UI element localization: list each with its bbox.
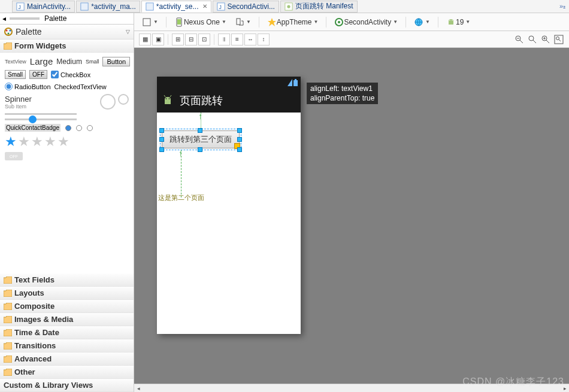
textview-widget[interactable]: 这是第二个页面 [158, 193, 204, 202]
widget-large-text[interactable]: Large [30, 56, 53, 66]
toggle-layout-button[interactable]: ▼ [139, 16, 161, 29]
align-button[interactable]: ⊟ [185, 34, 197, 45]
star-icon [267, 17, 277, 27]
radio-dot-icon[interactable] [76, 125, 82, 131]
wrap-button[interactable]: ↔ [244, 34, 256, 45]
radio-dot-icon[interactable] [87, 125, 93, 131]
wrap-button[interactable]: ↕ [258, 34, 270, 45]
activity-selector[interactable]: SecondActivity▼ [331, 16, 401, 29]
widget-checkedtextview[interactable]: CheckedTextView [55, 83, 107, 90]
zoom-out-button[interactable] [514, 34, 525, 45]
section-custom-library[interactable]: Custom & Library Views [0, 379, 134, 392]
tab-manifest[interactable]: 页面跳转 Manifest [280, 1, 358, 13]
section-form-widgets[interactable]: Form Widgets [0, 39, 134, 53]
device-frame: 页面跳转 ↑ ↑ 跳转到第三个页面 这是第二个页面 [157, 77, 301, 334]
tab-main-activity[interactable]: J MainActivity... [12, 1, 75, 13]
button-text: 跳转到第三个页面 [170, 134, 232, 145]
radio-dot-icon[interactable] [65, 125, 71, 131]
align-button[interactable]: ⊞ [172, 34, 184, 45]
widget-small-text[interactable]: Small [86, 59, 99, 65]
widget-progressbar[interactable] [5, 113, 77, 115]
android-icon [446, 17, 456, 27]
folder-icon [4, 42, 12, 50]
svg-line-37 [164, 95, 165, 97]
resize-handle[interactable] [198, 128, 202, 133]
status-bar [157, 77, 301, 89]
close-icon[interactable]: ✕ [202, 3, 207, 10]
folder-icon [4, 316, 12, 323]
svg-point-20 [452, 20, 453, 21]
folder-icon [4, 290, 12, 297]
theme-selector[interactable]: AppTheme▼ [264, 16, 322, 29]
zoom-reset-button[interactable] [527, 34, 538, 45]
widget-spinner[interactable]: Spinner [5, 95, 32, 104]
tabs-overflow[interactable]: »₂ [559, 2, 565, 10]
api-selector[interactable]: 19▼ [443, 16, 473, 29]
svg-point-19 [449, 20, 450, 21]
widget-radiobutton[interactable]: RadioButton [5, 83, 51, 90]
widget-progress-large[interactable] [100, 94, 116, 110]
svg-line-32 [559, 39, 561, 41]
widget-button[interactable]: Button [102, 57, 130, 66]
section-layouts[interactable]: Layouts [0, 287, 134, 300]
widget-seekbar[interactable] [5, 118, 77, 120]
zoom-in-button[interactable] [540, 34, 551, 45]
section-time-date[interactable]: Time & Date [0, 326, 134, 339]
widget-small-button[interactable]: Small [5, 70, 26, 79]
tab-activity-main-xml[interactable]: *activity_ma... [76, 1, 140, 13]
widget-quickcontactbadge[interactable]: QuickContactBadge [5, 124, 60, 132]
orientation-button[interactable]: ▼ [232, 16, 254, 29]
toggle-padding-button[interactable]: ▣ [152, 34, 164, 45]
svg-point-11 [8, 33, 10, 35]
distribute-button[interactable]: ≡ [231, 34, 243, 45]
section-images-media[interactable]: Images & Media [0, 313, 134, 326]
resize-handle[interactable] [159, 147, 164, 152]
distribute-button[interactable]: ⫴ [218, 34, 230, 45]
section-advanced[interactable]: Advanced [0, 353, 134, 366]
tab-second-activity[interactable]: J SecondActivi... [213, 1, 279, 13]
section-composite[interactable]: Composite [0, 300, 134, 313]
scroll-left-icon[interactable]: ◂ [134, 385, 143, 392]
widget-toggle-off[interactable]: OFF [29, 70, 47, 79]
folder-icon [4, 276, 12, 284]
section-other[interactable]: Other [0, 366, 134, 379]
svg-point-24 [529, 36, 534, 41]
resize-handle[interactable] [159, 128, 164, 133]
device-selector[interactable]: Nexus One▼ [171, 16, 229, 29]
folder-icon [4, 329, 12, 336]
toggle-bounds-button[interactable]: ▦ [139, 34, 151, 45]
design-canvas[interactable]: 页面跳转 ↑ ↑ 跳转到第三个页面 这是第二个页面 alignLeft: te [134, 48, 569, 392]
zoom-fit-button[interactable] [553, 34, 564, 45]
widget-textview[interactable]: TextView [5, 59, 26, 65]
app-title: 页面跳转 [180, 93, 223, 108]
chevron-down-icon[interactable]: ▽ [126, 29, 130, 35]
star-icon: ★ [57, 134, 69, 150]
svg-point-10 [10, 30, 11, 32]
palette-header: ◂ Palette [0, 13, 134, 25]
layout-root[interactable]: ↑ ↑ 跳转到第三个页面 这是第二个页面 [157, 113, 301, 334]
resize-handle[interactable] [237, 147, 242, 152]
widget-switch[interactable]: OFF [5, 152, 23, 160]
widget-ratingbar[interactable]: ★ ★ ★ ★ ★ [5, 134, 129, 150]
frame-icon [142, 17, 152, 27]
resize-handle[interactable] [237, 137, 242, 142]
resize-handle[interactable] [198, 147, 202, 152]
scroll-right-icon[interactable]: ▸ [561, 385, 569, 392]
tab-activity-second-xml[interactable]: *activity_se... ✕ [141, 1, 211, 13]
widget-progress-small[interactable] [118, 94, 129, 105]
folder-icon [4, 303, 12, 310]
selected-button-widget[interactable]: 跳转到第三个页面 [162, 130, 240, 148]
widget-medium-text[interactable]: Medium [56, 57, 82, 66]
star-icon: ★ [5, 134, 17, 150]
widget-checkbox[interactable]: CheckBox [51, 71, 90, 78]
section-text-fields[interactable]: Text Fields [0, 274, 134, 287]
palette-title[interactable]: Palette ▽ [0, 25, 134, 39]
resize-handle[interactable] [159, 137, 164, 142]
resize-handle[interactable] [237, 128, 242, 133]
section-transitions[interactable]: Transitions [0, 339, 134, 353]
align-button[interactable]: ⊡ [198, 34, 210, 45]
locale-selector[interactable]: ▼ [411, 16, 433, 29]
horizontal-scrollbar[interactable]: ◂ ▸ [134, 384, 569, 392]
tab-label: SecondActivi... [228, 2, 275, 11]
star-icon: ★ [31, 134, 43, 150]
